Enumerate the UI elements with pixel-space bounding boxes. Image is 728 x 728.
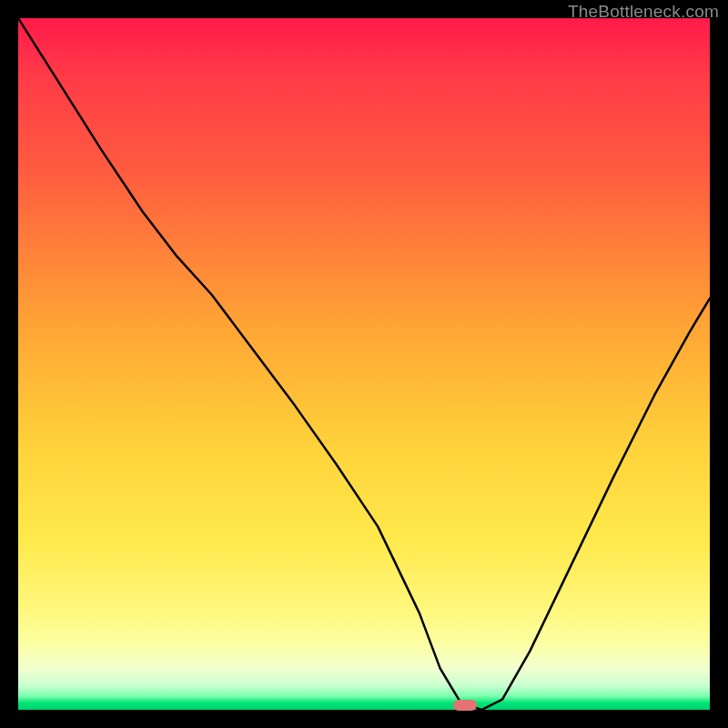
chart-frame: TheBottleneck.com [0, 0, 728, 728]
optimum-marker [453, 700, 477, 711]
bottleneck-curve-svg [18, 18, 710, 710]
bottleneck-curve-path [18, 18, 710, 710]
plot-area [18, 18, 710, 710]
